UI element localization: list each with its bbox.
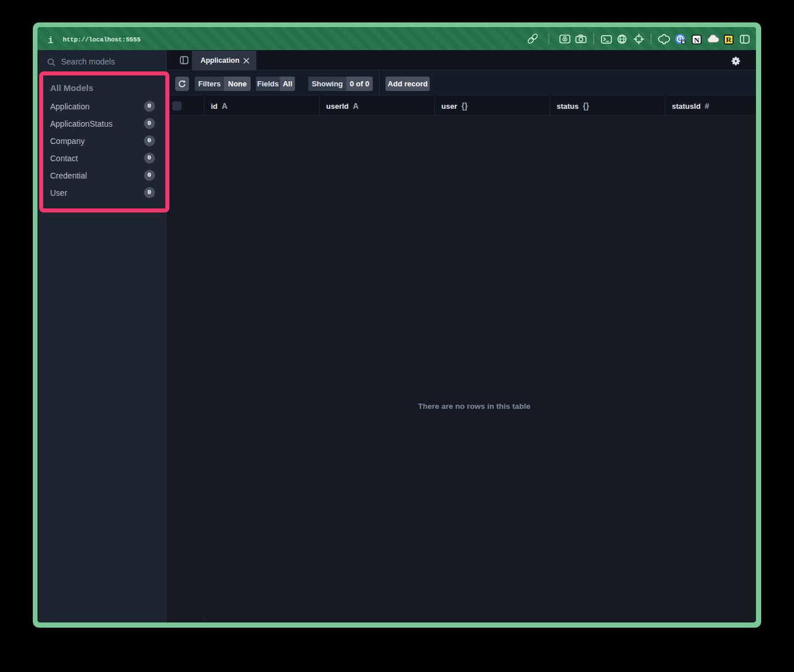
svg-text:N: N <box>694 36 700 44</box>
svg-text:R: R <box>726 35 732 44</box>
